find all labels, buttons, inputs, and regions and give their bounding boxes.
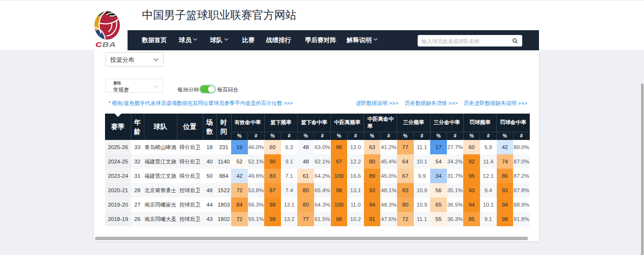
svg-text:CBA: CBA (95, 40, 116, 49)
